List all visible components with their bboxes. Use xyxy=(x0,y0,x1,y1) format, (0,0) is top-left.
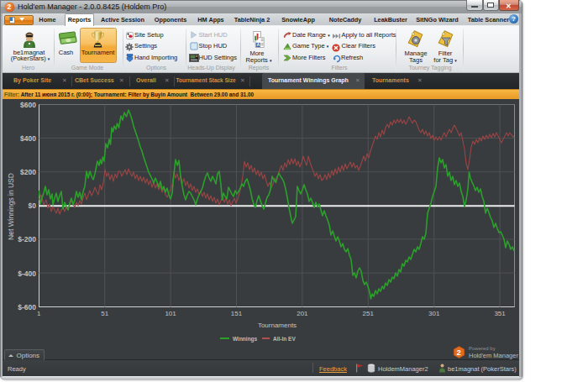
svg-text:2: 2 xyxy=(457,348,461,357)
svg-text:A: A xyxy=(256,42,260,47)
